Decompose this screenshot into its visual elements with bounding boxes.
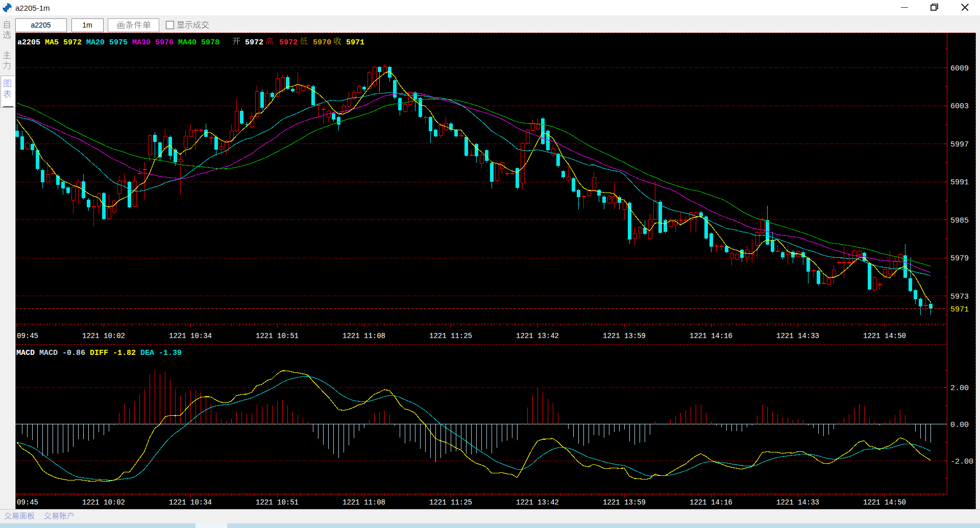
svg-text:6009: 6009 <box>950 64 969 73</box>
svg-text:1221 13:59: 1221 13:59 <box>603 332 646 340</box>
svg-text:5971: 5971 <box>346 38 364 47</box>
svg-text:5972: 5972 <box>245 38 263 47</box>
svg-text:5991: 5991 <box>950 178 969 187</box>
svg-text:6003: 6003 <box>950 102 969 111</box>
svg-text:5973: 5973 <box>950 293 969 301</box>
svg-text:5985: 5985 <box>950 217 969 225</box>
svg-text:09:45: 09:45 <box>17 498 38 507</box>
svg-text:5970: 5970 <box>313 38 331 47</box>
svg-text:1221 14:33: 1221 14:33 <box>776 498 819 507</box>
svg-text:1221 10:51: 1221 10:51 <box>256 498 299 507</box>
svg-text:-2.00: -2.00 <box>950 458 973 466</box>
svg-text:2.00: 2.00 <box>950 384 969 393</box>
svg-text:5972: 5972 <box>279 38 298 47</box>
svg-text:1221 14:33: 1221 14:33 <box>776 332 819 340</box>
svg-text:1221 11:25: 1221 11:25 <box>429 498 472 507</box>
svg-text:5979: 5979 <box>950 254 969 263</box>
svg-text:1221 14:50: 1221 14:50 <box>863 332 906 340</box>
svg-text:5971: 5971 <box>950 305 969 314</box>
svg-text:1221 14:50: 1221 14:50 <box>863 498 906 507</box>
svg-text:1221 11:08: 1221 11:08 <box>342 332 385 340</box>
svg-text:1221 10:02: 1221 10:02 <box>82 332 125 340</box>
svg-text:5997: 5997 <box>950 140 969 149</box>
svg-text:MACD MACD -0.86 DIFF -1.82 DEA: MACD MACD -0.86 DIFF -1.82 DEA -1.39 <box>16 349 182 357</box>
svg-text:1221 10:34: 1221 10:34 <box>169 332 212 340</box>
svg-text:1221 11:25: 1221 11:25 <box>429 332 472 340</box>
svg-text:a2205: a2205 <box>31 21 51 29</box>
svg-text:1221 14:16: 1221 14:16 <box>690 498 732 507</box>
svg-text:1221 10:02: 1221 10:02 <box>82 498 125 507</box>
svg-text:09:45: 09:45 <box>17 332 38 340</box>
svg-text:1221 11:08: 1221 11:08 <box>342 498 385 507</box>
svg-text:0.00: 0.00 <box>950 421 969 429</box>
svg-text:1m: 1m <box>82 21 92 29</box>
svg-text:1221 10:51: 1221 10:51 <box>256 332 299 340</box>
svg-text:a2205-1m: a2205-1m <box>15 4 50 12</box>
svg-text:1221 14:16: 1221 14:16 <box>690 332 732 340</box>
svg-text:a2205 MA5 5972 MA20 5975 MA30: a2205 MA5 5972 MA20 5975 MA30 5976 MA40 … <box>17 38 224 47</box>
svg-text:1221 13:42: 1221 13:42 <box>516 332 559 340</box>
svg-text:1221 10:34: 1221 10:34 <box>169 498 212 507</box>
svg-text:1221 13:59: 1221 13:59 <box>603 498 646 507</box>
svg-text:1221 13:42: 1221 13:42 <box>516 498 559 507</box>
